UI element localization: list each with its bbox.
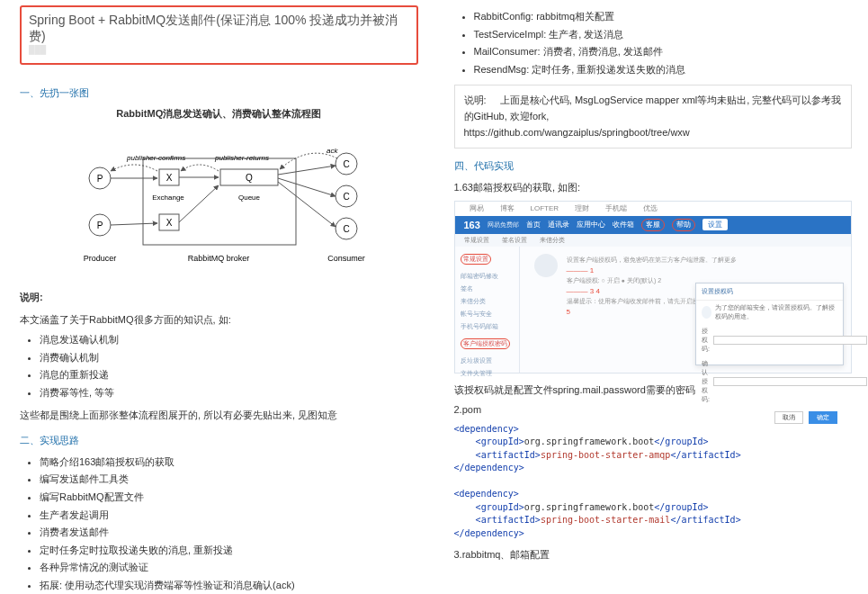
note-body: 上面是核心代码, MsgLogService mapper xml等均未贴出, … [464, 94, 842, 122]
sidebar-item[interactable]: 手机号码邮箱 [461, 322, 514, 331]
tab: 网易 [470, 203, 484, 213]
subnav-item[interactable]: 来信分类 [540, 236, 565, 245]
queue-label: Queue [238, 194, 261, 202]
broker-label: RabbitMQ broker [188, 254, 250, 263]
sidebar: 常规设置 邮箱密码修改 签名 来信分类 帐号与安全 手机号码邮箱 客户端授权密码… [455, 247, 520, 373]
list-item: 生产者发起调用 [40, 508, 418, 524]
mail-subnav: 常规设置 签名设置 来信分类 [455, 234, 852, 247]
producer-p-2: P [97, 220, 103, 230]
queue-q: Q [246, 173, 253, 183]
desc-label: 说明: [20, 290, 418, 305]
popup-row-label: 确认授权码: [702, 359, 710, 404]
page-title: Spring Boot + RabbitMQ发送邮件(保证消息 100% 投递成… [20, 5, 418, 65]
sidebar-item[interactable]: 来信分类 [461, 297, 514, 306]
subnav-item[interactable]: 常规设置 [464, 236, 489, 245]
sidebar-item[interactable]: 签名 [461, 284, 514, 293]
subnav-item[interactable]: 签名设置 [502, 236, 527, 245]
svg-rect-0 [143, 158, 296, 245]
popup-title: 设置授权码 [696, 284, 843, 301]
cancel-button[interactable]: 取消 [774, 411, 803, 424]
sidebar-item[interactable]: 反垃圾设置 [461, 356, 514, 365]
consumer-c-2: C [344, 192, 350, 202]
producer-label: Producer [84, 254, 117, 263]
arrow-1: ——— 1 [567, 266, 737, 274]
note-label: 说明: [464, 94, 487, 105]
sidebar-item[interactable]: 常规设置 [461, 254, 491, 265]
desc-tail: 这些都是围绕上面那张整体流程图展开的, 所以有必要先贴出来, 见图知意 [20, 408, 418, 423]
browser-tabline: 网易 博客 LOFTER 理财 手机端 优选 [455, 202, 852, 216]
main-panel: 设置客户端授权码，避免密码在第三方客户端泄露。了解更多 ——— 1 客户端授权:… [520, 247, 852, 373]
list-item: 消费幂等性, 等等 [40, 385, 418, 401]
list-item: TestServiceImpl: 生产者, 发送消息 [474, 27, 853, 43]
tab: LOFTER [531, 204, 559, 212]
pubconfirms-label: publisher-confirms [126, 154, 185, 162]
title-fade: ███ [29, 45, 409, 54]
screenshot-163: 网易 博客 LOFTER 理财 手机端 优选 163 网易免费邮 首页 通讯录 … [454, 201, 853, 374]
list-item: 消息发送确认机制 [40, 332, 418, 348]
popup-row-label: 授权码: [702, 327, 710, 354]
brand-163: 163 [464, 220, 480, 230]
desc-list: 消息发送确认机制 消费确认机制 消息的重新投递 消费幂等性, 等等 [20, 332, 418, 400]
list-item: 编写发送邮件工具类 [40, 472, 418, 488]
step-3: 3.rabbitmq、邮箱配置 [454, 547, 853, 562]
svg-line-15 [278, 182, 336, 227]
brand-sub: 网易免费邮 [488, 220, 519, 230]
sidebar-item[interactable]: 文件夹管理 [461, 369, 514, 378]
avatar-icon [534, 254, 558, 277]
diagram-title: RabbitMQ消息发送确认、消费确认整体流程图 [20, 107, 418, 121]
diagram: RabbitMQ消息发送确认、消费确认整体流程图 X X Q Exchange … [20, 107, 418, 281]
list-item: 简略介绍163邮箱授权码的获取 [40, 454, 418, 471]
auth-popup: 设置授权码 为了您的邮箱安全，请设置授权码。了解授权码的用途。 授权码: 确认授… [695, 283, 844, 365]
nav-item[interactable]: 首页 [526, 220, 541, 230]
sidebar-item[interactable]: 帐号与安全 [461, 310, 514, 319]
tab: 手机端 [605, 203, 627, 213]
nav-item[interactable]: 收件箱 [613, 220, 634, 230]
list-item: 拓展: 使用动态代理实现消费端幂等性验证和消息确认(ack) [40, 578, 418, 594]
nav-item-active[interactable]: 设置 [702, 219, 728, 230]
auth-code-confirm-input[interactable] [713, 377, 867, 386]
consumer-c-1: C [344, 159, 350, 169]
section-2-heading: 二、实现思路 [20, 434, 418, 447]
list-item: 消息的重新投递 [40, 367, 418, 383]
pubreturns-label: publisher-returns [214, 154, 269, 162]
title-text: Spring Boot + RabbitMQ发送邮件(保证消息 100% 投递成… [29, 13, 398, 43]
sidebar-item-auth[interactable]: 客户端授权密码 [461, 338, 510, 349]
popup-hint: 为了您的邮箱安全，请设置授权码。了解授权码的用途。 [715, 303, 837, 321]
main-line: 设置客户端授权码，避免密码在第三方客户端泄露。了解更多 [567, 256, 737, 265]
note-block: 说明: 上面是核心代码, MsgLogService mapper xml等均未… [454, 85, 853, 148]
auth-code-input[interactable] [713, 336, 867, 345]
ack-label: ack [327, 147, 338, 155]
desc-intro: 本文涵盖了关于RabbitMQ很多方面的知识点, 如: [20, 312, 418, 328]
nav-item[interactable]: 通讯录 [548, 220, 569, 230]
exchange-x-1: X [166, 173, 173, 183]
consumer-c-3: C [344, 224, 350, 234]
note-url: https://github.com/wangzaiplus/springboo… [464, 127, 690, 138]
list-item: MailConsumer: 消费者, 消费消息, 发送邮件 [474, 44, 853, 60]
svg-line-10 [111, 223, 157, 225]
list-item: 消费确认机制 [40, 350, 418, 366]
svg-line-13 [278, 166, 336, 175]
exchange-label: Exchange [152, 194, 184, 202]
section-1-heading: 一、先扔一张图 [20, 86, 418, 100]
config-list: RabbitConfig: rabbitmq相关配置 TestServiceIm… [454, 9, 853, 77]
svg-line-12 [179, 185, 219, 222]
exchange-x-2: X [166, 218, 173, 228]
list-item: 编写RabbitMQ配置文件 [40, 490, 418, 506]
list-item: 各种异常情况的测试验证 [40, 560, 418, 576]
consumer-label: Consumer [327, 254, 365, 263]
ok-button[interactable]: 确定 [809, 411, 837, 424]
nav-item[interactable]: 应用中心 [577, 220, 605, 230]
sidebar-item[interactable]: 邮箱密码修改 [461, 272, 514, 281]
pom-code: <dependency> <groupId>org.springframewor… [454, 423, 853, 541]
nav-ring[interactable]: 客服 [641, 219, 665, 231]
tab: 博客 [500, 203, 515, 213]
tab: 优选 [643, 203, 658, 213]
step-1: 1.63邮箱授权码的获取, 如图: [454, 180, 853, 195]
impl-list: 简略介绍163邮箱授权码的获取 编写发送邮件工具类 编写RabbitMQ配置文件… [20, 454, 418, 594]
tab: 理财 [575, 203, 589, 213]
list-item: 消费者发送邮件 [40, 525, 418, 541]
list-item: ResendMsg: 定时任务, 重新投递发送失败的消息 [474, 62, 853, 78]
producer-p-1: P [97, 174, 103, 184]
lock-icon [702, 306, 711, 319]
nav-ring[interactable]: 帮助 [672, 219, 695, 231]
